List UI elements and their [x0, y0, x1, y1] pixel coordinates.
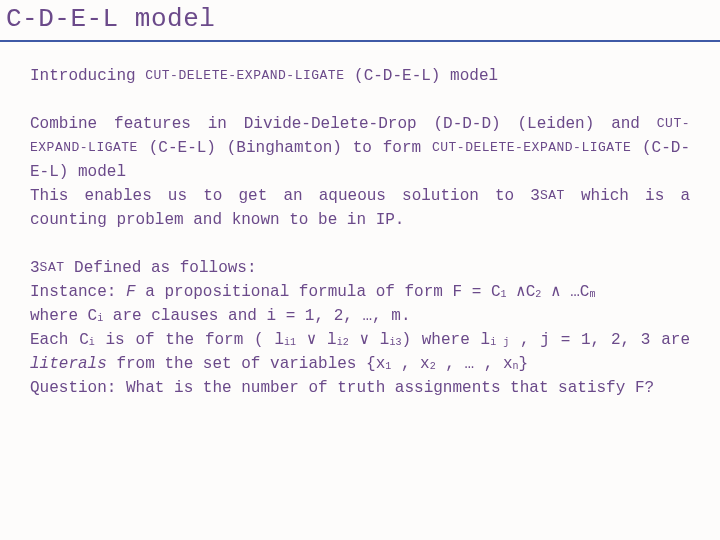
text: ∨ l — [349, 331, 390, 349]
text: Defined as follows: — [65, 259, 257, 277]
text: 3 — [30, 259, 40, 277]
text: Combine features in Divide-Delete-Drop (… — [30, 115, 657, 133]
sat-label: SAT — [40, 260, 65, 275]
text: , j = 1, 2, 3 are — [509, 331, 690, 349]
text: where C — [30, 307, 97, 325]
paragraph-combine: Combine features in Divide-Delete-Drop (… — [30, 112, 690, 232]
text: ∨ l — [296, 331, 337, 349]
sub: m — [589, 289, 595, 300]
model-cdel: CUT-DELETE-EXPAND-LIGATE — [432, 140, 631, 155]
intro-prefix: Introducing — [30, 67, 145, 85]
text: ∧ …C — [541, 283, 589, 301]
sub: i2 — [337, 337, 349, 348]
text: a propositional formula of form F = C — [136, 283, 501, 301]
intro-suffix: (C-D-E-L) model — [344, 67, 498, 85]
slide-title: C-D-E-L model — [0, 0, 720, 42]
slide-body: Introducing CUT-DELETE-EXPAND-LIGATE (C-… — [0, 42, 720, 400]
text: (C-E-L) (Binghamton) to form — [138, 139, 432, 157]
formula-F: F — [126, 283, 136, 301]
text: ∧C — [507, 283, 536, 301]
text: from the set of variables {x — [107, 355, 385, 373]
instance-label: Instance: — [30, 283, 126, 301]
intro-line: Introducing CUT-DELETE-EXPAND-LIGATE (C-… — [30, 64, 690, 88]
sat-label: SAT — [540, 188, 565, 203]
text: } — [519, 355, 529, 373]
sub: i3 — [389, 337, 401, 348]
sub: i j — [490, 337, 509, 348]
question-line: Question: What is the number of truth as… — [30, 379, 654, 397]
sub: i1 — [284, 337, 296, 348]
text: Each C — [30, 331, 89, 349]
paragraph-definition: 3SAT Defined as follows: Instance: F a p… — [30, 256, 690, 400]
text: is of the form ( l — [95, 331, 284, 349]
literals-word: literals — [30, 355, 107, 373]
text: are clauses and i = 1, 2, …, m. — [103, 307, 410, 325]
text: ) where l — [401, 331, 490, 349]
text: , … , x — [436, 355, 513, 373]
slide: C-D-E-L model Introducing CUT-DELETE-EXP… — [0, 0, 720, 540]
text: , x — [391, 355, 429, 373]
text: This enables us to get an aqueous soluti… — [30, 187, 540, 205]
intro-model-name: CUT-DELETE-EXPAND-LIGATE — [145, 68, 344, 83]
